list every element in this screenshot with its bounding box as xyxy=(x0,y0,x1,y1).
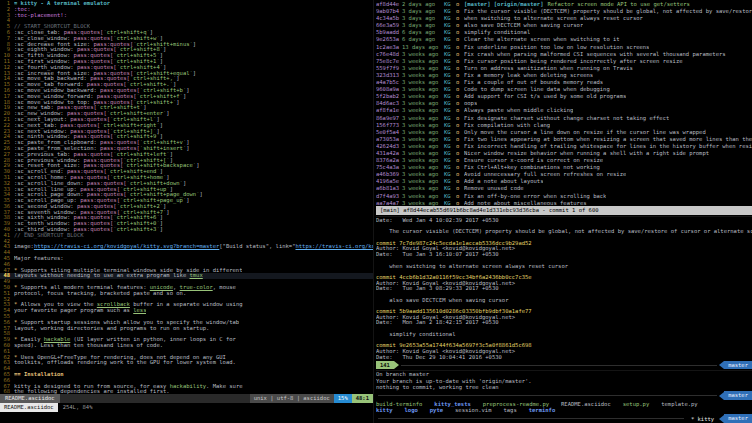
commit-row[interactable]: 1c2ae3a13 days agoKGoFix underline posit… xyxy=(376,44,752,51)
git-branch-badge: master xyxy=(724,414,752,423)
commit-age: 13 days ago xyxy=(402,44,444,51)
commit-row[interactable]: a46b3693 weeks agoKGoAvoid unnecessary f… xyxy=(376,171,752,178)
vim-statusline: README.asciidoc unix | utf-8 | asciidoc … xyxy=(0,394,373,403)
commit-age: 6 days ago xyxy=(402,29,444,36)
commit-author: KG xyxy=(444,185,456,192)
shell-prompt-line-3: * kitty master xyxy=(376,414,752,423)
commit-hash: 9ab07b4 xyxy=(376,8,402,15)
commit-age: 3 weeks ago xyxy=(402,107,444,114)
graph-node-icon: o xyxy=(456,115,464,122)
graph-node-icon: o xyxy=(456,15,464,22)
commit-row[interactable]: a6b81a33 weeks agoKGoRemove unused code xyxy=(376,185,752,192)
vim-window[interactable]: 1= kitty - A terminal emulator2:toc:3:to… xyxy=(0,0,374,423)
line-text: image:https://travis-ci.org/kovidgoyal/k… xyxy=(14,244,373,250)
commit-row[interactable]: 42624d33 weeks agoKGoFix incorrect handl… xyxy=(376,143,752,150)
commit-subject: Only move the cursor a line down on resi… xyxy=(464,129,706,136)
commit-age: 3 weeks ago xyxy=(402,115,444,122)
file-name: pyte xyxy=(430,407,443,414)
commit-row[interactable]: 5e0f5a43 weeks agoKGoOnly move the curso… xyxy=(376,129,752,136)
commit-row[interactable]: 8376a2a3 weeks agoKGoEnsure cursor x-coo… xyxy=(376,157,752,164)
commit-row[interactable]: c76e48d3 weeks agoKGoFix crash when pars… xyxy=(376,51,752,58)
statusline-fileformat: unix | utf-8 | asciidoc xyxy=(250,394,334,403)
graph-node-icon: o xyxy=(456,1,464,8)
commit-row[interactable]: 86a9e973 weeks agoKGoFix designate chars… xyxy=(376,115,752,122)
commit-age: 3 weeks ago xyxy=(402,65,444,72)
commit-hash: a6b81a3 xyxy=(376,185,402,192)
commit-row[interactable]: 5f2bab23 weeks agoKGoAdd support for CSI… xyxy=(376,93,752,100)
graph-node-icon: o xyxy=(456,100,464,107)
file-name: logo xyxy=(405,407,418,414)
commit-subject: Add support for CSI t/s used by some old… xyxy=(464,93,626,100)
commit-row[interactable]: af8d44e2 days agoKGo[master] [origin/mas… xyxy=(376,1,752,8)
statusline-filename: README.asciidoc xyxy=(0,394,60,403)
commit-row[interactable]: 75c4a3a3 weeks agoKGoFix Ctrl+Alt+key co… xyxy=(376,164,752,171)
commit-age: 3 days ago xyxy=(402,8,444,15)
tig-window[interactable]: af8d44e2 days agoKGo[master] [origin/mas… xyxy=(376,0,752,215)
commit-subject: Fix two lines appearing at bottom when r… xyxy=(464,136,752,143)
commit-hash: c76e48d xyxy=(376,51,402,58)
shell-prompt-line: 141 master xyxy=(376,360,752,369)
shell-prompt-line-2: master xyxy=(376,391,752,401)
commit-subject: Fix the cursor visible (DECTCEM) propert… xyxy=(464,8,752,15)
graph-node-icon: o xyxy=(456,143,464,150)
commit-row[interactable]: 5b9aadd6 days agoKGosimplify conditional xyxy=(376,29,752,36)
commit-row[interactable]: 431a42a3 weeks agoKGoNicer window resize… xyxy=(376,150,752,157)
commit-row[interactable]: a4a7b5c3 weeks agoKGoFix a couple of out… xyxy=(376,79,752,86)
commit-row[interactable]: 9ab07b43 days agoKGoFix the cursor visib… xyxy=(376,8,752,15)
commit-hash: 86a9e97 xyxy=(376,115,402,122)
commit-hash: a46b369 xyxy=(376,171,402,178)
commit-subject: Fix incorrect handling of trailing white… xyxy=(464,143,752,150)
commit-row[interactable]: 84d6ac33 weeks agoKGooops xyxy=(376,100,752,107)
commit-author: KG xyxy=(444,129,456,136)
commit-subject: Clear the alternate screen when switchin… xyxy=(464,36,620,43)
commit-age: 3 weeks ago xyxy=(402,58,444,65)
commit-row[interactable]: 9e2653a6 days agoKGoClear the alternate … xyxy=(376,36,752,43)
line-text: toolkits, offloads rendering work to the… xyxy=(14,360,236,366)
ls-row: kittylogopytesession.vimtagsterminfo xyxy=(376,407,752,414)
commit-author: KG xyxy=(444,15,456,22)
commit-hash: 156f773 xyxy=(376,122,402,129)
commit-age: 3 weeks ago xyxy=(402,72,444,79)
shell-window[interactable]: On branch masterYour branch is up-to-dat… xyxy=(376,370,752,423)
line-text: protocol, focus tracking, bracketed past… xyxy=(14,291,186,297)
graph-node-icon: o xyxy=(456,86,464,93)
commit-age: 3 weeks ago xyxy=(402,193,444,200)
line-text: your favorite pager program such as less xyxy=(14,308,146,314)
graph-node-icon: o xyxy=(456,136,464,143)
commit-age: 3 weeks ago xyxy=(402,100,444,107)
commit-row[interactable]: 323d3133 weeks agoKGoFix a memory leak w… xyxy=(376,72,752,79)
editor-buffer[interactable]: 1= kitty - A terminal emulator2:toc:3:to… xyxy=(0,0,373,394)
commit-row[interactable]: a73053a3 weeks agoKGoFix two lines appea… xyxy=(376,136,752,143)
commit-author: KG xyxy=(444,79,456,86)
graph-node-icon: o xyxy=(456,164,464,171)
commit-age: 3 weeks ago xyxy=(402,143,444,150)
line-text: Major features: xyxy=(14,256,64,262)
commit-author: KG xyxy=(444,157,456,164)
commit-row[interactable]: 75e8c7e3 weeks agoKGoFix cursor position… xyxy=(376,58,752,65)
statusline-cursor-position: 48:1 xyxy=(352,394,373,403)
commit-subject: Remove unused code xyxy=(464,185,524,192)
graph-node-icon: o xyxy=(456,36,464,43)
graph-node-icon: o xyxy=(456,22,464,29)
commit-row[interactable]: d7f4a933 weeks agoKGoFix an off-by-one e… xyxy=(376,193,752,200)
commit-age: 3 weeks ago xyxy=(402,129,444,136)
commit-age: 3 weeks ago xyxy=(402,150,444,157)
commit-row[interactable]: 66e3a593 days agoKGoalso save DECTCEM wh… xyxy=(376,22,752,29)
commit-hash: 9608a9a xyxy=(376,86,402,93)
commit-row[interactable]: 4c34a5b3 days agoKGowhen switching to al… xyxy=(376,15,752,22)
file-name: build-terminfo xyxy=(376,401,422,408)
cmdline-filename: README.asciidoc xyxy=(0,403,58,412)
commit-row[interactable]: 4196a5e3 weeks agoKGoAdd a note about la… xyxy=(376,178,752,185)
commit-subject: Fix a couple of out of bounds memory rea… xyxy=(464,79,603,86)
commit-author: KG xyxy=(444,1,456,8)
git-log-window[interactable]: Date: Wed Jan 4 10:02:39 2017 +0530 The … xyxy=(376,216,752,369)
commit-age: 3 weeks ago xyxy=(402,171,444,178)
commit-row[interactable]: 559f7f93 weeks agoKGoTurn on address san… xyxy=(376,65,752,72)
graph-node-icon: o xyxy=(456,178,464,185)
commit-row[interactable]: 9608a9a3 weeks agoKGoCode to dump screen… xyxy=(376,86,752,93)
commit-hash: 84d6ac3 xyxy=(376,100,402,107)
graph-node-icon: o xyxy=(456,65,464,72)
commit-age: 3 days ago xyxy=(402,15,444,22)
commit-row[interactable]: 156f7733 weeks agoKGoFix compilation wit… xyxy=(376,122,752,129)
commit-row[interactable]: af8fa1e3 weeks agoKGoAlways paste when m… xyxy=(376,107,752,114)
